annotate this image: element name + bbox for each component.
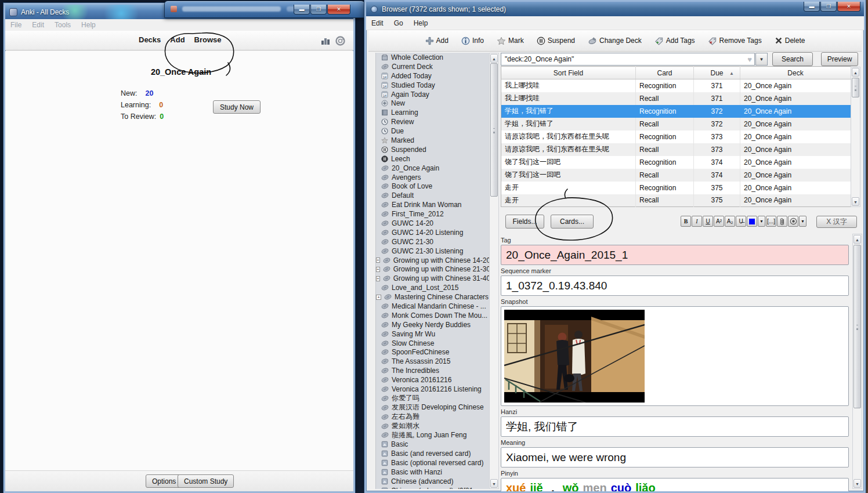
- sidebar-item-added-today[interactable]: 14Added Today: [376, 71, 489, 81]
- fields-button[interactable]: Fields...: [505, 215, 544, 229]
- column-header-card[interactable]: Card: [636, 67, 694, 79]
- scrollbar-thumb[interactable]: [490, 63, 498, 197]
- toolbar-add-tags-button[interactable]: Add Tags: [654, 37, 695, 45]
- expand-plus-icon[interactable]: +: [376, 267, 380, 272]
- scroll-down-arrow[interactable]: ▼: [853, 479, 861, 488]
- sidebar-item-20-once-again[interactable]: 20_Once Again: [376, 164, 489, 173]
- sidebar-item-eat-drink-man-woman[interactable]: Eat Drink Man Woman: [376, 200, 489, 209]
- sidebar-item-monk-comes-down-the-mou-[interactable]: Monk Comes Down The Mou...: [376, 311, 489, 320]
- minimize-button[interactable]: ▬: [294, 5, 310, 14]
- bold-button[interactable]: B: [681, 216, 691, 227]
- sidebar-item-basic-with-hanzi[interactable]: Basic with Hanzi: [376, 467, 489, 477]
- favorite-heart-icon[interactable]: ♥: [747, 55, 752, 64]
- record-audio-button[interactable]: [788, 216, 798, 227]
- sidebar-item-你爱了吗[interactable]: 你爱了吗: [376, 394, 489, 403]
- sidebar-item-growing-up-with-chinese-14-20[interactable]: +Growing up with Chinese 14-20: [376, 256, 489, 265]
- menu-item-help[interactable]: Help: [408, 17, 433, 29]
- sidebar-item-guwc-14-20-listening[interactable]: GUWC 14-20 Listening: [376, 228, 489, 237]
- table-scrollbar[interactable]: ▲ ▼: [851, 67, 860, 207]
- field-input-sequence-marker[interactable]: 1_0372_0.19.43.840: [501, 276, 849, 296]
- scroll-up-arrow[interactable]: ▲: [853, 235, 861, 244]
- text-color-button[interactable]: [747, 216, 757, 227]
- toolbar-info-button[interactable]: Info: [461, 37, 484, 45]
- table-row[interactable]: 走开Recall37520_Once Again: [501, 194, 851, 207]
- table-row[interactable]: 走开Recognition37520_Once Again: [501, 182, 851, 194]
- cloze-button[interactable]: [...]: [766, 216, 776, 227]
- sidebar-item-veronica-20161216[interactable]: Veronica 20161216: [376, 375, 489, 385]
- browser-minimize-button[interactable]: ▬: [804, 2, 820, 12]
- scroll-up-arrow[interactable]: ▲: [490, 54, 498, 63]
- subscript-button[interactable]: A₂: [725, 216, 735, 227]
- scrollbar-thumb[interactable]: [852, 78, 859, 97]
- sidebar-item-spoonfedchinese[interactable]: SpoonFedChinese: [376, 348, 489, 357]
- toolbar-remove-tags-button[interactable]: Remove Tags: [708, 37, 762, 45]
- close-button[interactable]: ✕: [327, 5, 350, 14]
- table-row[interactable]: 学姐，我们错了Recognition37220_Once Again: [501, 105, 851, 118]
- table-row[interactable]: 饶了我们这一回吧Recognition37420_Once Again: [501, 156, 851, 169]
- sidebar-item-again-today[interactable]: 14Again Today: [376, 90, 489, 99]
- browser-titlebar[interactable]: Browser (7372 cards shown; 1 selected) ▬…: [366, 2, 864, 16]
- table-row[interactable]: 饶了我们这一回吧Recall37420_Once Again: [501, 169, 851, 182]
- scroll-up-arrow[interactable]: ▲: [852, 68, 859, 77]
- sidebar-item-愛如潮水[interactable]: 愛如潮水: [376, 422, 489, 431]
- expand-plus-icon[interactable]: +: [376, 258, 380, 263]
- sidebar-item-due[interactable]: Due: [376, 126, 489, 136]
- column-header-due[interactable]: Due▲: [694, 67, 740, 79]
- decks-nav-button[interactable]: Decks: [139, 35, 161, 44]
- menu-item-file[interactable]: File: [5, 19, 27, 31]
- maximize-button[interactable]: ❐: [310, 5, 327, 14]
- sidebar-item-the-incredibles[interactable]: The Incredibles: [376, 366, 489, 375]
- field-input-tag[interactable]: 20_Once_Again_2015_1: [501, 245, 849, 265]
- sidebar-item-avengers[interactable]: Avengers: [376, 173, 489, 182]
- sidebar-item-mastering-chinese-characters[interactable]: +Mastering Chinese Characters: [376, 292, 489, 302]
- sidebar-item-basic[interactable]: Basic: [376, 440, 489, 449]
- study-now-button[interactable]: Study Now: [213, 100, 261, 114]
- sidebar-item-suspended[interactable]: Suspended: [376, 145, 489, 154]
- sidebar-item-medical-mandarin-chinese-[interactable]: Medical Mandarin Chinese - ...: [376, 302, 489, 311]
- sidebar-item-basic-and-reversed-card-[interactable]: Basic (and reversed card): [376, 449, 489, 458]
- custom-study-button[interactable]: Custom Study: [178, 474, 234, 488]
- field-input-meaning[interactable]: Xiaomei, we were wrong: [501, 447, 849, 467]
- sync-icon[interactable]: [335, 36, 345, 48]
- sidebar-item-book-of-love[interactable]: Book of Love: [376, 182, 489, 191]
- sidebar-item-review[interactable]: Review: [376, 117, 489, 126]
- search-dropdown-button[interactable]: ▼: [755, 53, 768, 66]
- hanzi-plugin-button[interactable]: X 汉字: [816, 216, 857, 228]
- sidebar-item-leech[interactable]: Leech: [376, 154, 489, 164]
- table-row[interactable]: 请原谅我吧，我们东西都在里头呢Recognition37320_Once Aga…: [501, 130, 851, 143]
- sidebar-item-左右為難[interactable]: 左右為難: [376, 412, 489, 422]
- sidebar-item-growing-up-with-chinese-31-40[interactable]: +Growing up with Chinese 31-40: [376, 274, 489, 283]
- menu-item-help[interactable]: Help: [76, 19, 101, 31]
- menu-item-edit[interactable]: Edit: [366, 17, 389, 29]
- sidebar-item-发展汉语-developing-chinese[interactable]: 发展汉语 Developing Chinese: [376, 403, 489, 412]
- sidebar-item-龍捲風-long-juan-feng[interactable]: 龍捲風, Long Juan Feng: [376, 431, 489, 440]
- more-dropdown[interactable]: ▼: [799, 216, 806, 227]
- scrollbar-thumb[interactable]: [853, 245, 861, 408]
- toolbar-mark-button[interactable]: Mark: [497, 37, 524, 45]
- sidebar-item-new[interactable]: New: [376, 99, 489, 108]
- field-input-pinyin[interactable]: xuéjiě，wǒmencuòliǎo: [501, 478, 849, 493]
- sidebar-item-chinese-advanced-[interactable]: Chinese (advanced): [376, 477, 489, 486]
- background-window-titlebar[interactable]: ▬ ❐ ✕: [164, 1, 365, 18]
- expand-plus-icon[interactable]: +: [376, 295, 381, 300]
- menu-item-go[interactable]: Go: [389, 17, 408, 29]
- add-nav-button[interactable]: Add: [170, 35, 185, 44]
- italic-button[interactable]: I: [692, 216, 702, 227]
- browser-close-button[interactable]: ✕: [837, 2, 860, 12]
- text-color-dropdown[interactable]: ▼: [758, 216, 765, 227]
- remove-format-button[interactable]: U̶: [736, 216, 746, 227]
- attach-button[interactable]: [777, 216, 787, 227]
- menu-item-tools[interactable]: Tools: [49, 19, 76, 31]
- sidebar-item-slow-chinese[interactable]: Slow Chinese: [376, 339, 489, 348]
- sidebar-item-guwc-14-20[interactable]: GUWC 14-20: [376, 219, 489, 228]
- sidebar-item-chinese-advanced-d9f21[interactable]: Chinese (advanced)-d9f21: [376, 486, 489, 489]
- superscript-button[interactable]: A²: [714, 216, 724, 227]
- sidebar-item-guwc-21-30-listening[interactable]: GUWC 21-30 Listening: [376, 246, 489, 256]
- toolbar-delete-button[interactable]: Delete: [775, 37, 805, 45]
- table-row[interactable]: 学姐，我们错了Recall37220_Once Again: [501, 118, 851, 130]
- sidebar-item-guwc-21-30[interactable]: GUWC 21-30: [376, 237, 489, 246]
- sidebar-item-the-assassin-2015[interactable]: The Assassin 2015: [376, 357, 489, 366]
- stats-icon[interactable]: [321, 36, 330, 48]
- column-header-deck[interactable]: Deck: [740, 67, 851, 79]
- underline-button[interactable]: U: [703, 216, 713, 227]
